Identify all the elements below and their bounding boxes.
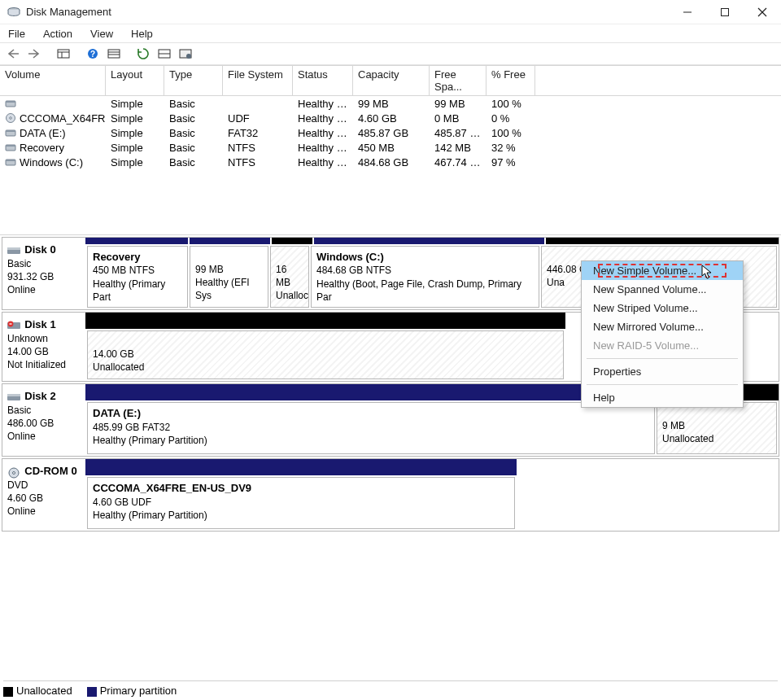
volume-list-header: Volume Layout Type File System Status Ca… <box>0 65 781 96</box>
maximize-button[interactable] <box>706 0 744 24</box>
disk-kind: Unknown <box>7 333 48 344</box>
partition-status: Healthy (EFI Sys <box>195 277 250 301</box>
partition-size: 4.60 GB UDF <box>93 497 151 508</box>
disk-error-icon <box>7 321 20 330</box>
partition-status: Unallocated <box>93 361 144 373</box>
svg-rect-28 <box>7 247 20 250</box>
disk-label: Disk 1 <box>24 318 55 330</box>
volume-name: Windows (C:) <box>20 156 83 168</box>
partition-unallocated[interactable]: 9 MB Unallocated <box>657 402 777 454</box>
volume-layout: Simple <box>106 127 164 139</box>
partition-status: Unallocated <box>662 433 713 444</box>
col-capacity[interactable]: Capacity <box>353 66 430 95</box>
volume-name: DATA (E:) <box>20 127 66 139</box>
partition-status: Una <box>547 277 565 288</box>
col-spacer <box>535 66 781 95</box>
svg-rect-10 <box>108 50 120 58</box>
volume-row[interactable]: SimpleBasicHealthy (E...99 MB99 MB100 % <box>0 96 781 111</box>
rescan-disks-button[interactable] <box>155 44 174 63</box>
disk-info-cd[interactable]: CD-ROM 0 DVD 4.60 GB Online <box>2 459 85 531</box>
svg-line-3 <box>758 8 766 16</box>
volume-status: Healthy (P... <box>293 127 353 139</box>
settings-button[interactable] <box>104 44 124 63</box>
legend-swatch-primary <box>87 687 97 697</box>
col-volume[interactable]: Volume <box>0 66 106 95</box>
ctx-properties[interactable]: Properties <box>582 362 743 381</box>
volume-row[interactable]: DATA (E:)SimpleBasicFAT32Healthy (P...48… <box>0 125 781 140</box>
disk-info-0[interactable]: Disk 0 Basic 931.32 GB Online <box>2 238 85 309</box>
menu-file[interactable]: File <box>5 26 28 42</box>
partition-data-e[interactable]: DATA (E:) 485.99 GB FAT32 Healthy (Prima… <box>87 402 655 454</box>
volume-freespace: 99 MB <box>430 98 486 110</box>
volume-filesystem: UDF <box>223 112 293 125</box>
help-button[interactable]: ? <box>83 44 103 63</box>
volume-percentfree: 100 % <box>486 127 535 139</box>
partition-cd-volume[interactable]: CCCOMA_X64FRE_EN-US_DV9 4.60 GB UDF Heal… <box>87 477 515 529</box>
volume-row[interactable]: Windows (C:)SimpleBasicNTFSHealthy (B...… <box>0 155 781 169</box>
ctx-new-spanned-volume[interactable]: New Spanned Volume... <box>582 280 743 299</box>
menu-action[interactable]: Action <box>40 26 76 42</box>
disk-label: Disk 0 <box>24 243 55 256</box>
volume-row[interactable]: CCCOMA_X64FRE...SimpleBasicUDFHealthy (P… <box>0 111 781 125</box>
volume-percentfree: 97 % <box>486 156 535 168</box>
ctx-new-mirrored-volume[interactable]: New Mirrored Volume... <box>582 317 743 336</box>
back-button[interactable] <box>3 44 23 63</box>
menu-help[interactable]: Help <box>128 26 156 42</box>
partition-size: 16 MB <box>276 264 290 288</box>
volume-capacity: 4.60 GB <box>353 112 430 125</box>
legend-primary: Primary partition <box>87 685 177 697</box>
volume-icon <box>5 142 16 153</box>
ctx-new-raid5-volume: New RAID-5 Volume... <box>582 336 743 355</box>
col-freespace[interactable]: Free Spa... <box>430 66 486 95</box>
partition-recovery[interactable]: Recovery 450 MB NTFS Healthy (Primary Pa… <box>87 246 188 308</box>
col-filesystem[interactable]: File System <box>223 66 293 95</box>
partition-efi[interactable]: 99 MB Healthy (EFI Sys <box>190 246 268 308</box>
volume-capacity: 485.87 GB <box>353 127 430 139</box>
volume-capacity: 450 MB <box>353 142 430 154</box>
partition-windows-c[interactable]: Windows (C:) 484.68 GB NTFS Healthy (Boo… <box>311 246 539 308</box>
svg-point-35 <box>13 471 15 474</box>
col-type[interactable]: Type <box>164 66 223 95</box>
volume-status: Healthy (P... <box>293 112 353 125</box>
show-hide-console-tree-button[interactable] <box>54 44 73 63</box>
menu-view[interactable]: View <box>87 26 116 42</box>
disk-info-1[interactable]: Disk 1 Unknown 14.00 GB Not Initialized <box>2 313 85 381</box>
close-button[interactable] <box>744 0 781 24</box>
volume-capacity: 484.68 GB <box>353 156 430 168</box>
col-status[interactable]: Status <box>293 66 353 95</box>
ctx-separator <box>587 358 738 359</box>
title-bar: Disk Management <box>0 0 781 24</box>
partition-title: CCCOMA_X64FRE_EN-US_DV9 <box>93 482 251 494</box>
forward-button[interactable] <box>24 44 44 63</box>
disk0-header-stripe <box>85 238 779 244</box>
disk-icon <box>7 392 20 402</box>
partition-title: Recovery <box>93 251 141 263</box>
volume-icon <box>5 156 16 168</box>
volume-name: Recovery <box>20 142 64 154</box>
partition-status: Healthy (Primary Part <box>93 278 165 303</box>
ctx-new-striped-volume[interactable]: New Striped Volume... <box>582 299 743 317</box>
volume-percentfree: 100 % <box>486 98 535 110</box>
volume-type: Basic <box>164 127 223 139</box>
refresh-button[interactable] <box>133 44 153 63</box>
svg-rect-18 <box>6 101 15 103</box>
action-button[interactable] <box>176 44 195 63</box>
menu-bar: File Action View Help <box>0 24 781 42</box>
minimize-button[interactable] <box>669 0 706 24</box>
col-layout[interactable]: Layout <box>106 66 164 95</box>
ctx-new-simple-volume[interactable]: New Simple Volume... <box>582 261 743 280</box>
volume-icon <box>5 112 16 124</box>
volume-row[interactable]: RecoverySimpleBasicNTFSHealthy (P...450 … <box>0 140 781 155</box>
ctx-help[interactable]: Help <box>582 388 743 407</box>
volume-type: Basic <box>164 112 223 125</box>
volume-status: Healthy (B... <box>293 156 353 168</box>
legend-unallocated: Unallocated <box>3 685 72 697</box>
volume-layout: Simple <box>106 156 164 168</box>
partition-unallocated[interactable]: 14.00 GB Unallocated <box>87 330 564 379</box>
col-percentfree[interactable]: % Free <box>486 66 535 95</box>
disk-info-2[interactable]: Disk 2 Basic 486.00 GB Online <box>2 384 85 456</box>
volume-percentfree: 0 % <box>486 112 535 125</box>
partition-msr-unallocated[interactable]: 16 MB Unalloca <box>270 246 309 308</box>
disk-state: Not Initialized <box>7 359 66 370</box>
volume-type: Basic <box>164 156 223 168</box>
